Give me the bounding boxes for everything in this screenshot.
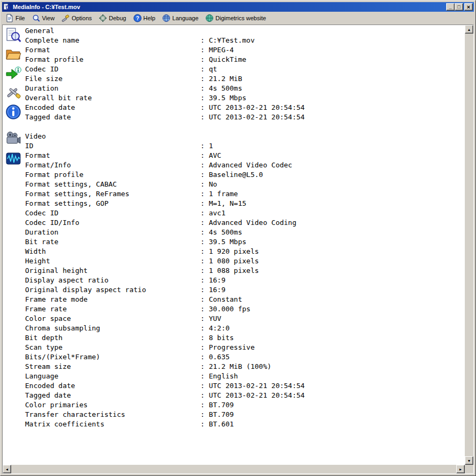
debug-icon	[99, 14, 107, 22]
row-label: Codec ID/Info	[25, 218, 200, 228]
vertical-scroll-track[interactable]	[465, 34, 473, 456]
scroll-up-button[interactable]: ▲	[465, 25, 473, 34]
row-label: Format	[25, 45, 200, 55]
row-separator: :	[200, 199, 209, 207]
menu-item-options[interactable]: Options	[59, 13, 95, 23]
row-separator: :	[200, 314, 209, 322]
row-label: Color primaries	[25, 400, 200, 410]
row-value: 0.635	[209, 353, 230, 361]
info-row: Tagged date: UTC 2013-02-21 20:54:54	[25, 112, 465, 122]
row-label: Encoded date	[25, 381, 200, 391]
close-button[interactable]: ×	[464, 3, 473, 11]
row-separator: :	[200, 372, 209, 380]
row-label: Format	[25, 151, 200, 160]
info-row: Format profile: Baseline@L5.0	[25, 170, 465, 180]
row-label: Format settings, GOP	[25, 199, 200, 208]
menu-item-language[interactable]: Language	[160, 13, 202, 23]
row-label: Bits/(Pixel*Frame)	[25, 352, 200, 362]
row-value: 1 920 pixels	[209, 247, 259, 255]
row-value: 4s 500ms	[209, 84, 243, 92]
info-row: Height: 1 080 pixels	[25, 256, 465, 266]
row-value: BT.709	[209, 410, 234, 418]
row-separator: :	[200, 209, 209, 217]
row-label: Format profile	[25, 55, 200, 64]
info-row: Codec ID: avc1	[25, 208, 465, 218]
row-value: Advanced Video Coding	[209, 219, 296, 227]
row-value: UTC 2013-02-21 20:54:54	[209, 103, 305, 111]
menu-item-view[interactable]: View	[30, 13, 59, 23]
vertical-scroll-thumb[interactable]	[465, 34, 473, 456]
row-separator: :	[200, 391, 209, 399]
horizontal-scroll-track[interactable]	[11, 465, 456, 473]
minimize-button[interactable]: _	[446, 3, 455, 11]
info-row: Complete name: C:¥Test.mov	[25, 36, 465, 45]
blank-line	[25, 122, 465, 132]
row-separator: :	[200, 228, 209, 236]
row-label: Width	[25, 247, 200, 256]
row-separator: :	[200, 238, 209, 246]
menu-item-label: Debug	[109, 15, 126, 21]
titlebar[interactable]: MediaInfo - C:¥Test.mov _ □ ×	[2, 2, 474, 12]
content-area: GeneralComplete name: C:¥Test.movFormat:…	[2, 25, 474, 474]
row-label: Format profile	[25, 170, 200, 180]
info-row: Encoded date: UTC 2013-02-21 20:54:54	[25, 381, 465, 391]
row-value: 39.5 Mbps	[209, 238, 246, 246]
row-value: 4s 500ms	[209, 228, 243, 236]
row-separator: :	[200, 190, 209, 198]
menu-item-label: File	[15, 15, 25, 21]
menu-item-label: Digimetrics website	[215, 15, 266, 21]
video-stream-icon	[5, 131, 21, 147]
row-separator: :	[200, 94, 209, 102]
row-label: Duration	[25, 228, 200, 237]
menu-item-debug[interactable]: Debug	[96, 13, 130, 23]
row-separator: :	[200, 324, 209, 332]
row-value: BT.601	[209, 420, 234, 428]
row-separator: :	[200, 401, 209, 409]
row-value: 4:2:0	[209, 324, 230, 332]
info-row: Bit depth: 8 bits	[25, 333, 465, 343]
audio-stream-icon	[5, 151, 21, 167]
row-value: Baseline@L5.0	[209, 171, 263, 179]
row-separator: :	[200, 180, 209, 188]
info-row: Codec ID: qt	[25, 64, 465, 74]
row-label: Frame rate	[25, 304, 200, 314]
horizontal-scrollbar[interactable]: ◄ ►	[3, 465, 465, 473]
row-value: 1 frame	[209, 190, 238, 198]
row-value: 1	[209, 142, 213, 150]
row-label: Overall bit rate	[25, 93, 200, 103]
info-row: Encoded date: UTC 2013-02-21 20:54:54	[25, 103, 465, 112]
row-separator: :	[200, 305, 209, 313]
info-row: Frame rate: 30.000 fps	[25, 304, 465, 314]
menu-item-file[interactable]: File	[3, 13, 29, 23]
info-row: Format: MPEG-4	[25, 45, 465, 55]
row-label: Bit depth	[25, 333, 200, 343]
scroll-right-button[interactable]: ►	[456, 465, 465, 473]
row-separator: :	[200, 257, 209, 265]
scroll-left-button[interactable]: ◄	[3, 465, 11, 473]
row-separator: :	[200, 362, 209, 370]
row-label: ID	[25, 141, 200, 151]
row-value: English	[209, 372, 238, 380]
row-value: QuickTime	[209, 55, 246, 63]
vertical-scrollbar[interactable]: ▲ ▼	[465, 25, 473, 465]
help-icon: ?	[133, 14, 142, 22]
row-separator: :	[200, 343, 209, 351]
menu-item-website[interactable]: Digimetrics website	[203, 13, 270, 23]
row-label: Original display aspect ratio	[25, 285, 200, 295]
file-icon	[5, 14, 14, 22]
scroll-down-button[interactable]: ▼	[465, 456, 473, 465]
row-label: Transfer characteristics	[25, 410, 200, 419]
info-row: Language: English	[25, 372, 465, 381]
row-separator: :	[200, 113, 209, 121]
row-value: 1 088 pixels	[209, 267, 259, 275]
row-value: BT.709	[209, 401, 234, 409]
row-value: 1 080 pixels	[209, 257, 259, 265]
window-title: MediaInfo - C:¥Test.mov	[13, 4, 446, 10]
info-row: ID: 1	[25, 141, 465, 151]
horizontal-scroll-thumb[interactable]	[11, 465, 456, 473]
row-label: Bit rate	[25, 237, 200, 247]
maximize-button[interactable]: □	[455, 3, 463, 11]
row-value: UTC 2013-02-21 20:54:54	[209, 391, 305, 399]
menu-item-help[interactable]: ? Help	[131, 13, 159, 23]
row-value: 21.2 MiB	[209, 75, 243, 83]
